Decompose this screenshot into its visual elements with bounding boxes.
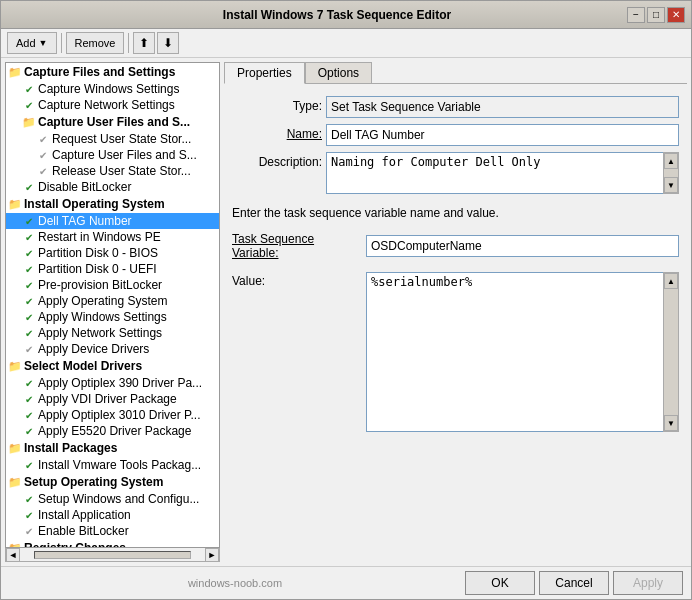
apply-button[interactable]: Apply bbox=[613, 571, 683, 595]
type-label: Type: bbox=[232, 96, 322, 113]
group-capture-files[interactable]: 📁 Capture Files and Settings bbox=[6, 63, 219, 81]
item-enable-bitlocker[interactable]: ✔ Enable BitLocker bbox=[6, 523, 219, 539]
value-row: Value: %serialnumber% ▲ ▼ bbox=[232, 272, 679, 558]
value-label: Value: bbox=[232, 272, 362, 288]
item-label: Dell TAG Number bbox=[38, 214, 132, 228]
group-label: Capture User Files and S... bbox=[38, 115, 190, 129]
add-button[interactable]: Add ▼ bbox=[7, 32, 57, 54]
tab-options[interactable]: Options bbox=[305, 62, 372, 83]
item-vmware-tools[interactable]: ✔ Install Vmware Tools Packag... bbox=[6, 457, 219, 473]
item-label: Apply Optiplex 390 Driver Pa... bbox=[38, 376, 202, 390]
check-icon: ✔ bbox=[22, 408, 36, 422]
tree-scroll[interactable]: 📁 Capture Files and Settings ✔ Capture W… bbox=[5, 62, 220, 548]
move-up-button[interactable]: ⬆ bbox=[133, 32, 155, 54]
folder-icon: 📁 bbox=[8, 441, 22, 455]
type-input[interactable] bbox=[326, 96, 679, 118]
item-vdi-driver[interactable]: ✔ Apply VDI Driver Package bbox=[6, 391, 219, 407]
group-label: Select Model Drivers bbox=[24, 359, 142, 373]
value-textarea[interactable]: %serialnumber% bbox=[366, 272, 663, 432]
item-setup-windows[interactable]: ✔ Setup Windows and Configu... bbox=[6, 491, 219, 507]
value-scrollbar[interactable]: ▲ ▼ bbox=[663, 272, 679, 432]
toolbar: Add ▼ Remove ⬆ ⬇ bbox=[1, 29, 691, 58]
var-input[interactable] bbox=[366, 235, 679, 257]
check-icon: ✔ bbox=[22, 246, 36, 260]
item-e5520-driver[interactable]: ✔ Apply E5520 Driver Package bbox=[6, 423, 219, 439]
item-preprovision-bitlocker[interactable]: ✔ Pre-provision BitLocker bbox=[6, 277, 219, 293]
scroll-up-btn[interactable]: ▲ bbox=[664, 273, 678, 289]
item-label: Partition Disk 0 - BIOS bbox=[38, 246, 158, 260]
check-icon: ✔ bbox=[22, 214, 36, 228]
remove-button[interactable]: Remove bbox=[66, 32, 125, 54]
desc-textarea[interactable]: Naming for Computer Dell Only bbox=[326, 152, 663, 194]
item-install-application[interactable]: ✔ Install Application bbox=[6, 507, 219, 523]
item-partition-disk-uefi[interactable]: ✔ Partition Disk 0 - UEFI bbox=[6, 261, 219, 277]
scroll-right-btn[interactable]: ► bbox=[205, 548, 219, 562]
item-apply-os[interactable]: ✔ Apply Operating System bbox=[6, 293, 219, 309]
minimize-button[interactable]: − bbox=[627, 7, 645, 23]
item-label: Capture User Files and S... bbox=[52, 148, 197, 162]
ok-button[interactable]: OK bbox=[465, 571, 535, 595]
item-optiplex-390[interactable]: ✔ Apply Optiplex 390 Driver Pa... bbox=[6, 375, 219, 391]
group-registry-changes[interactable]: 📁 Registry Changes bbox=[6, 539, 219, 548]
group-label: Registry Changes bbox=[24, 541, 126, 548]
item-optiplex-3010[interactable]: ✔ Apply Optiplex 3010 Driver P... bbox=[6, 407, 219, 423]
check-icon-gray: ✔ bbox=[36, 164, 50, 178]
item-partition-disk-bios[interactable]: ✔ Partition Disk 0 - BIOS bbox=[6, 245, 219, 261]
desc-scrollbar[interactable]: ▲ ▼ bbox=[663, 152, 679, 194]
check-icon: ✔ bbox=[22, 82, 36, 96]
item-label: Apply Windows Settings bbox=[38, 310, 167, 324]
name-input[interactable] bbox=[326, 124, 679, 146]
item-apply-network-settings[interactable]: ✔ Apply Network Settings bbox=[6, 325, 219, 341]
main-window: Install Windows 7 Task Sequence Editor −… bbox=[0, 0, 692, 600]
folder-icon: 📁 bbox=[8, 475, 22, 489]
scroll-up-btn[interactable]: ▲ bbox=[664, 153, 678, 169]
item-label: Apply Optiplex 3010 Driver P... bbox=[38, 408, 201, 422]
tab-properties[interactable]: Properties bbox=[224, 62, 305, 84]
folder-icon: 📁 bbox=[8, 65, 22, 79]
group-install-os-label: Install Operating System bbox=[24, 197, 165, 211]
scroll-down-btn[interactable]: ▼ bbox=[664, 177, 678, 193]
scroll-left-btn[interactable]: ◄ bbox=[6, 548, 20, 562]
check-icon: ✔ bbox=[22, 424, 36, 438]
item-capture-network-settings[interactable]: ✔ Capture Network Settings bbox=[6, 97, 219, 113]
item-label: Setup Windows and Configu... bbox=[38, 492, 199, 506]
item-restart-windows-pe[interactable]: ✔ Restart in Windows PE bbox=[6, 229, 219, 245]
item-dell-tag-number[interactable]: ✔ Dell TAG Number bbox=[6, 213, 219, 229]
group-select-model-drivers[interactable]: 📁 Select Model Drivers bbox=[6, 357, 219, 375]
name-label: Name: bbox=[232, 124, 322, 141]
item-label: Capture Windows Settings bbox=[38, 82, 179, 96]
scroll-track bbox=[664, 169, 678, 177]
move-down-button[interactable]: ⬇ bbox=[157, 32, 179, 54]
scroll-down-btn[interactable]: ▼ bbox=[664, 415, 678, 431]
group-capture-user-files[interactable]: 📁 Capture User Files and S... bbox=[6, 113, 219, 131]
check-icon: ✔ bbox=[22, 458, 36, 472]
item-apply-device-drivers[interactable]: ✔ Apply Device Drivers bbox=[6, 341, 219, 357]
maximize-button[interactable]: □ bbox=[647, 7, 665, 23]
item-label: Install Application bbox=[38, 508, 131, 522]
tab-bar: Properties Options bbox=[224, 62, 687, 84]
item-apply-windows-settings[interactable]: ✔ Apply Windows Settings bbox=[6, 309, 219, 325]
item-request-user-state-store[interactable]: ✔ Request User State Stor... bbox=[6, 131, 219, 147]
check-icon: ✔ bbox=[22, 278, 36, 292]
item-release-user-state-store[interactable]: ✔ Release User State Stor... bbox=[6, 163, 219, 179]
check-icon: ✔ bbox=[22, 392, 36, 406]
group-install-packages[interactable]: 📁 Install Packages bbox=[6, 439, 219, 457]
cancel-button[interactable]: Cancel bbox=[539, 571, 609, 595]
desc-label: Description: bbox=[232, 152, 322, 169]
type-row: Type: bbox=[232, 96, 679, 118]
item-disable-bitlocker[interactable]: ✔ Disable BitLocker bbox=[6, 179, 219, 195]
close-button[interactable]: ✕ bbox=[667, 7, 685, 23]
var-label: Task Sequence Variable: bbox=[232, 232, 362, 260]
check-icon: ✔ bbox=[22, 230, 36, 244]
check-icon: ✔ bbox=[22, 98, 36, 112]
horizontal-scrollbar[interactable]: ◄ ► bbox=[5, 548, 220, 562]
item-label: Apply Operating System bbox=[38, 294, 167, 308]
group-install-os[interactable]: 📁 Install Operating System bbox=[6, 195, 219, 213]
item-label: Disable BitLocker bbox=[38, 180, 131, 194]
item-capture-windows-settings[interactable]: ✔ Capture Windows Settings bbox=[6, 81, 219, 97]
group-label: Install Packages bbox=[24, 441, 117, 455]
group-setup-os[interactable]: 📁 Setup Operating System bbox=[6, 473, 219, 491]
item-capture-user-files[interactable]: ✔ Capture User Files and S... bbox=[6, 147, 219, 163]
scroll-track[interactable] bbox=[34, 551, 191, 559]
watermark: windows-noob.com bbox=[9, 577, 461, 589]
